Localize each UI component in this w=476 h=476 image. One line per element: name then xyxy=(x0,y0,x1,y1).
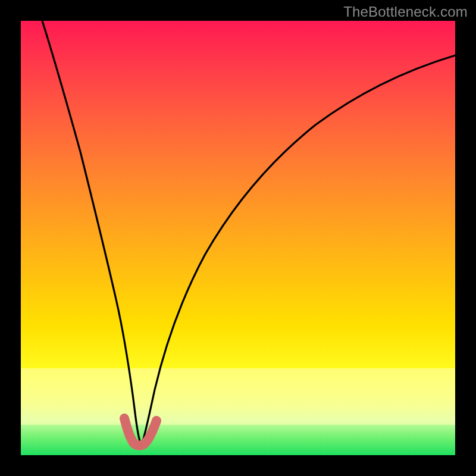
curve-layer xyxy=(21,21,455,455)
marker-dot xyxy=(152,416,161,425)
chart-frame: TheBottleneck.com xyxy=(0,0,476,476)
watermark-text: TheBottleneck.com xyxy=(343,4,468,20)
plot-area xyxy=(21,21,455,455)
marker-dot xyxy=(146,430,155,438)
marker-dot xyxy=(125,430,133,438)
marker-dot xyxy=(142,438,150,446)
bottleneck-curve xyxy=(42,21,455,444)
marker-dot xyxy=(120,414,129,422)
